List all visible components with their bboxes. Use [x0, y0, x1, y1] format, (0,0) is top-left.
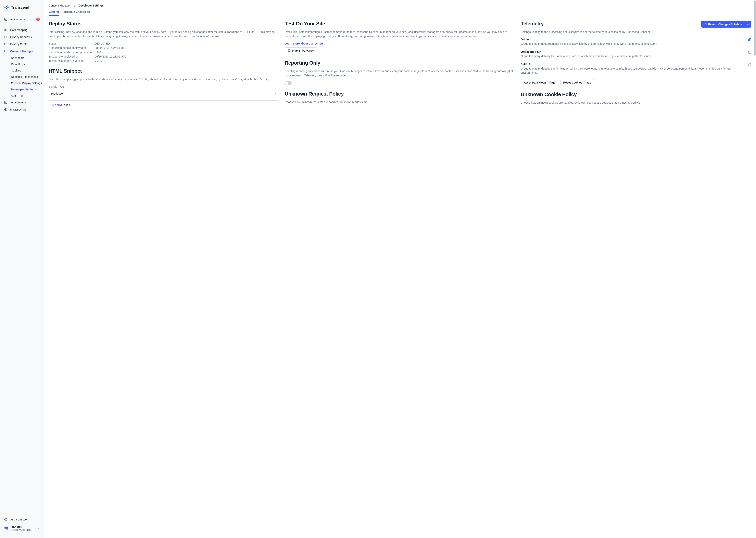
subnav-display-settings[interactable]: Consent Display Settings [11, 80, 44, 86]
snippet-desc: Insert this <script> tag snippet into th… [49, 77, 279, 81]
bundle-type-select[interactable]: Production [49, 90, 279, 97]
status-dot-icon [747, 24, 748, 25]
nav-infrastructure[interactable]: Infrastructure [0, 106, 44, 113]
unknown-req-desc: Choose how unknown requests are handled.… [285, 100, 515, 104]
reset-data-flows-button[interactable]: Reset Data Flows Triage [521, 79, 558, 86]
nav-label: Data Mapping [10, 28, 27, 31]
window-icon [4, 42, 8, 46]
chat-icon [4, 35, 8, 39]
opt-desc: Group telemetry data by the domain and p… [521, 54, 745, 58]
unknown-cookie-heading: Unknown Cookie Policy [521, 91, 751, 97]
telemetry-desc: Settings relating to the processing and … [521, 30, 751, 34]
snippet-heading: HTML Snippet [49, 68, 279, 74]
logo-icon [4, 5, 10, 10]
consent-icon [4, 49, 8, 53]
nav-action-items[interactable]: Action Items 7 [0, 16, 44, 23]
breadcrumb: Consent Manager ❯ Developer Settings [49, 4, 751, 7]
opt-label: Full URL [521, 63, 745, 66]
svg-point-0 [6, 7, 8, 9]
globe-icon [4, 28, 8, 32]
nav-label: Infrastructure [10, 108, 26, 111]
subnav-audit-trail[interactable]: Audit Trail [11, 92, 44, 99]
svg-rect-6 [5, 101, 7, 104]
subnav-regional[interactable]: Regional Experiences [11, 74, 44, 80]
breadcrumb-current: Developer Settings [78, 4, 104, 7]
help-icon [4, 518, 8, 521]
telemetry-option-full-url[interactable]: Full URL Group telemetry data by the ful… [521, 63, 751, 75]
reporting-desc: Enabling reporting only mode will cause … [285, 69, 515, 78]
reset-cookies-button[interactable]: Reset Cookies Triage [560, 79, 594, 86]
opt-label: Origin and Path [521, 50, 745, 53]
install-userscript-button[interactable]: Install Userscript [285, 47, 317, 54]
telemetry-option-origin-path[interactable]: Origin and Path Group telemetry data by … [521, 50, 751, 58]
test-on-key: Test bundle deployed on: [49, 55, 93, 58]
prod-ver-value: 8.8.0 [95, 51, 279, 54]
badge-count: 7 [36, 18, 40, 21]
ask-question[interactable]: Ask a question [4, 516, 40, 523]
status-key: Status: [49, 42, 93, 45]
radio-icon[interactable] [748, 38, 751, 41]
reporting-heading: Reporting Only [285, 60, 515, 66]
bundle-type-value: Production [51, 92, 64, 95]
nav-label: Privacy Requests [10, 35, 32, 39]
install-label: Install Userscript [292, 49, 314, 53]
tab-general[interactable]: General [49, 8, 59, 16]
main-content: Consent Manager ❯ Developer Settings Gen… [44, 0, 756, 538]
tab-changelog[interactable]: airgap.js Changelog [64, 8, 90, 16]
tabs: General airgap.js Changelog [49, 8, 751, 16]
deploy-details: Status: DEPLOYED Production bundle deplo… [49, 42, 279, 63]
sidebar: Transcend Action Items 7 Data Mapping Pr… [0, 0, 44, 538]
bolt-icon [704, 23, 707, 26]
reporting-toggle[interactable] [285, 81, 292, 85]
bundle-type-label: Bundle Type [49, 85, 279, 88]
subnav-cookies[interactable]: Cookies [11, 67, 44, 74]
opt-desc: Group telemetry data (requests + cookies… [521, 42, 745, 46]
chevron-down-icon [274, 92, 277, 95]
main-nav: Action Items 7 Data Mapping Privacy Requ… [0, 16, 44, 516]
radio-icon[interactable] [748, 63, 751, 66]
cube-icon [4, 108, 8, 111]
nav-label: Privacy Center [10, 42, 28, 46]
learn-userscripts-link[interactable]: Learn more about userscripts [285, 42, 515, 45]
svg-point-1 [5, 6, 9, 10]
radio-icon[interactable] [748, 51, 751, 54]
test-site-heading: Test On Your Site [285, 21, 515, 27]
deploy-desc: After clicking "Review Changes and Publi… [49, 30, 279, 38]
nav-data-mapping[interactable]: Data Mapping [0, 27, 44, 33]
brand-name: Transcend [11, 5, 29, 10]
user-menu[interactable]: eShopIt Grégory Jourdan [4, 523, 40, 533]
publish-label: Review Changes & Publish... [708, 23, 746, 26]
org-name: eShopIt [11, 525, 34, 528]
status-value: DEPLOYED [95, 42, 279, 45]
telemetry-options: Origin Group telemetry data (requests + … [521, 38, 751, 75]
nav-privacy-center[interactable]: Privacy Center [0, 40, 44, 48]
ask-label: Ask a question [10, 518, 28, 521]
test-on-value: 06/16/2023 11:13:09 UTC [95, 55, 279, 58]
deploy-status-heading: Deploy Status [49, 21, 279, 27]
nav-label: Assessments [10, 101, 26, 104]
subnav-developer-settings[interactable]: Developer Settings [11, 86, 44, 92]
consent-subnav: Dashboard Data Flows Cookies Regional Ex… [0, 55, 44, 99]
scrollbar[interactable] [754, 0, 756, 56]
subnav-dashboard[interactable]: Dashboard [11, 55, 44, 61]
nav-assessments[interactable]: Assessments [0, 99, 44, 106]
telemetry-option-origin[interactable]: Origin Group telemetry data (requests + … [521, 38, 751, 46]
test-ver-value: 7.28.7 [95, 59, 279, 63]
user-name: Grégory Jourdan [11, 528, 34, 531]
prod-on-value: 08/29/2023 15:26:44 UTC [95, 46, 279, 49]
bolt-icon [4, 18, 8, 21]
brand-logo[interactable]: Transcend [0, 5, 44, 16]
svg-rect-4 [5, 43, 7, 45]
chevron-right-icon: ❯ [73, 4, 75, 7]
subnav-data-flows[interactable]: Data Flows [11, 61, 44, 67]
test-desc: Install this userscript through a usersc… [285, 30, 515, 38]
nav-consent-manager[interactable]: Consent Manager [0, 48, 44, 55]
chevron-down-icon [37, 527, 40, 530]
breadcrumb-parent[interactable]: Consent Manager [49, 4, 71, 7]
opt-label: Origin [521, 38, 745, 41]
publish-button[interactable]: Review Changes & Publish... [701, 21, 751, 27]
nav-label: Action Items [10, 18, 25, 21]
nav-privacy-requests[interactable]: Privacy Requests [0, 33, 44, 40]
snippet-code[interactable]: <script data- [49, 100, 279, 109]
test-ver-key: Test bundle airgap.js version: [49, 59, 93, 63]
